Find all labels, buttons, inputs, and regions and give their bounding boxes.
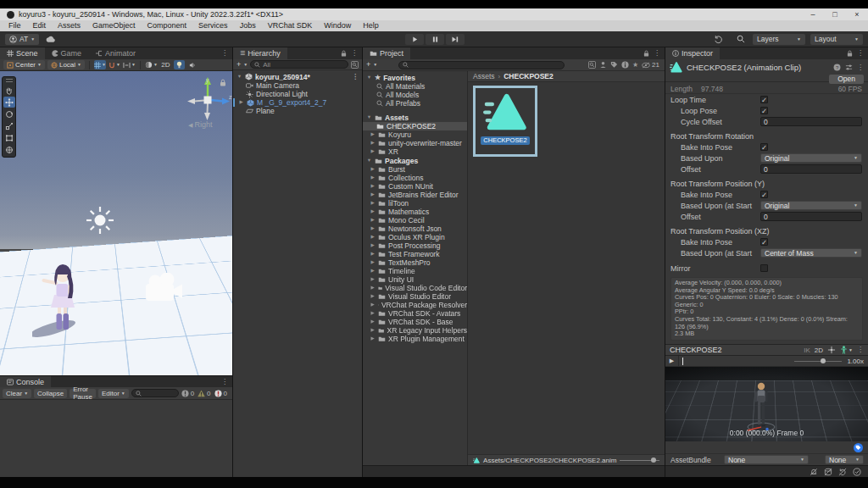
console-menu-icon[interactable]: ⋮	[221, 379, 228, 385]
collab-person-icon[interactable]	[599, 61, 607, 69]
grid-snap-toggle[interactable]: ▼	[94, 60, 106, 69]
package-folder-row[interactable]: ▶ Newtonsoft Json	[363, 225, 467, 233]
package-folder-row[interactable]: ▶ Timeline	[363, 267, 467, 275]
lock-icon[interactable]	[643, 50, 649, 57]
add-gameobject-button[interactable]: +	[236, 61, 241, 69]
package-folder-row[interactable]: ▶ lilToon	[363, 199, 467, 208]
package-folder-row[interactable]: ▶ XR Plugin Management	[363, 335, 467, 343]
folder-checkpose2-selected[interactable]: CHECKPOSE2	[363, 122, 467, 130]
breadcrumb-current[interactable]: CHECKPOSE2	[504, 72, 554, 80]
speed-slider[interactable]	[794, 361, 842, 362]
package-folder-row[interactable]: ▶ XR Legacy Input Helpers	[363, 326, 467, 335]
package-folder-row[interactable]: ▶ Visual Studio Editor	[363, 292, 467, 301]
menu-item[interactable]: Window	[318, 20, 357, 31]
ik-toggle[interactable]: IK	[804, 347, 810, 354]
scene-options-icon[interactable]: ⋮	[352, 74, 362, 80]
packages-root-header[interactable]: ▼ Packages	[363, 156, 467, 165]
animation-preview-viewport[interactable]: 0:00 (000.0%) Frame 0	[665, 367, 868, 441]
notifications-muted-icon[interactable]	[810, 468, 818, 476]
hidden-count-toggle[interactable]: 21	[642, 61, 659, 69]
layers-dropdown[interactable]: Layers▼	[753, 34, 805, 45]
position-xz-bake-checkbox[interactable]	[760, 238, 768, 246]
auto-refresh-muted-icon[interactable]	[838, 468, 847, 476]
audio-toggle[interactable]	[187, 60, 198, 69]
minimize-button[interactable]: –	[802, 8, 824, 20]
rect-tool[interactable]	[3, 132, 15, 143]
menu-item[interactable]: Help	[357, 20, 385, 31]
assetbundle-variant-dropdown[interactable]: None▼	[825, 455, 864, 464]
search-icon[interactable]	[734, 34, 748, 45]
cloud-button[interactable]	[43, 34, 57, 45]
package-folder-row[interactable]: ▶ Post Processing	[363, 241, 467, 250]
menu-item[interactable]: File	[3, 20, 27, 31]
orientation-dropdown[interactable]: Local▼	[47, 60, 85, 69]
asset-folder-row[interactable]: ▶ Koyuru	[363, 130, 467, 139]
lighting-toggle[interactable]	[174, 60, 185, 69]
label-tag-icon[interactable]	[610, 61, 618, 69]
presets-icon[interactable]	[845, 64, 853, 71]
package-folder-row[interactable]: ▶ VRChat Package Resolver	[363, 301, 467, 309]
position-y-bake-checkbox[interactable]	[760, 191, 768, 198]
package-folder-row[interactable]: ▶ Custom NUnit	[363, 182, 467, 191]
rotation-offset-field[interactable]: 0	[760, 164, 862, 174]
cycle-offset-field[interactable]: 0	[760, 117, 862, 126]
package-folder-row[interactable]: ▶ Unity UI	[363, 275, 467, 284]
maximize-button[interactable]: □	[824, 8, 846, 20]
lock-icon[interactable]	[220, 79, 226, 86]
scene-menu-icon[interactable]: ⋮	[221, 50, 228, 57]
tab-hierarchy[interactable]: ☰ Hierarchy	[233, 47, 287, 59]
warning-counter[interactable]: 0	[198, 390, 210, 397]
pivot-mode-dropdown[interactable]: Center▼	[3, 60, 45, 69]
pivot-axis-icon[interactable]	[827, 346, 836, 354]
console-log-area[interactable]	[0, 400, 232, 477]
position-xz-based-dropdown[interactable]: Center of Mass▼	[760, 248, 862, 258]
view-hand-tool[interactable]	[3, 85, 15, 96]
favorites-item[interactable]: All Prefabs	[363, 99, 467, 108]
hierarchy-item-plane[interactable]: Plane	[233, 107, 362, 115]
cache-server-muted-icon[interactable]	[824, 468, 832, 476]
package-folder-row[interactable]: ▶ Visual Studio Code Editor	[363, 284, 467, 292]
assetbundle-dropdown[interactable]: None▼	[724, 455, 809, 464]
package-folder-row[interactable]: ▶ Oculus XR Plugin	[363, 233, 467, 241]
tab-scene[interactable]: Scene	[0, 47, 45, 59]
scale-tool[interactable]	[3, 120, 15, 131]
snap-increment-toggle[interactable]: ▼	[108, 60, 120, 69]
character-model[interactable]	[32, 261, 97, 339]
assets-root-header[interactable]: ▼ Assets	[363, 113, 467, 122]
asset-grid[interactable]: CHECKPOSE2	[468, 82, 665, 454]
asset-labels-icon[interactable]	[854, 443, 863, 452]
rotate-tool[interactable]	[3, 108, 15, 119]
chevron-down-icon[interactable]: ▼	[243, 63, 248, 67]
preview-2d-toggle[interactable]: 2D	[815, 347, 823, 354]
console-search-input[interactable]	[131, 389, 179, 397]
menu-item[interactable]: Component	[142, 20, 193, 31]
editor-dropdown[interactable]: Editor▼	[98, 389, 129, 398]
hierarchy-item-directional-light[interactable]: Directional Light	[233, 90, 362, 98]
preview-avatar-selector[interactable]: ▼	[840, 346, 853, 354]
view-orientation-label[interactable]: ◀Right	[188, 120, 212, 129]
asset-folder-row[interactable]: ▶ unity-overwriter-master	[363, 139, 467, 147]
snap-move-toggle[interactable]: ▼	[123, 60, 136, 69]
2d-toggle[interactable]: 2D	[160, 60, 171, 69]
favorites-item[interactable]: All Models	[363, 91, 467, 99]
tab-project[interactable]: Project	[363, 47, 410, 59]
preview-menu-icon[interactable]: ⋮	[857, 347, 864, 353]
create-asset-button[interactable]: +	[366, 61, 370, 69]
background-tasks-done-icon[interactable]	[853, 468, 861, 476]
position-y-offset-field[interactable]: 0	[760, 212, 862, 221]
package-folder-row[interactable]: ▶ JetBrains Rider Editor	[363, 191, 467, 199]
close-button[interactable]: ×	[846, 8, 868, 20]
search-by-type-icon[interactable]	[351, 61, 359, 69]
thumbnail-size-slider[interactable]	[620, 460, 659, 461]
info-icon[interactable]	[621, 61, 629, 69]
clear-button[interactable]: Clear▼	[3, 389, 31, 398]
play-button[interactable]	[405, 34, 424, 45]
menu-item[interactable]: GameObject	[86, 20, 142, 31]
saved-search-icon[interactable]	[588, 61, 596, 69]
hierarchy-menu-icon[interactable]: ⋮	[351, 50, 358, 57]
menu-item[interactable]: Edit	[27, 20, 53, 31]
tab-animator[interactable]: Animator	[88, 47, 142, 59]
package-folder-row[interactable]: ▶ Test Framework	[363, 250, 467, 258]
pause-button[interactable]	[426, 34, 444, 45]
tab-game[interactable]: Game	[45, 47, 89, 59]
